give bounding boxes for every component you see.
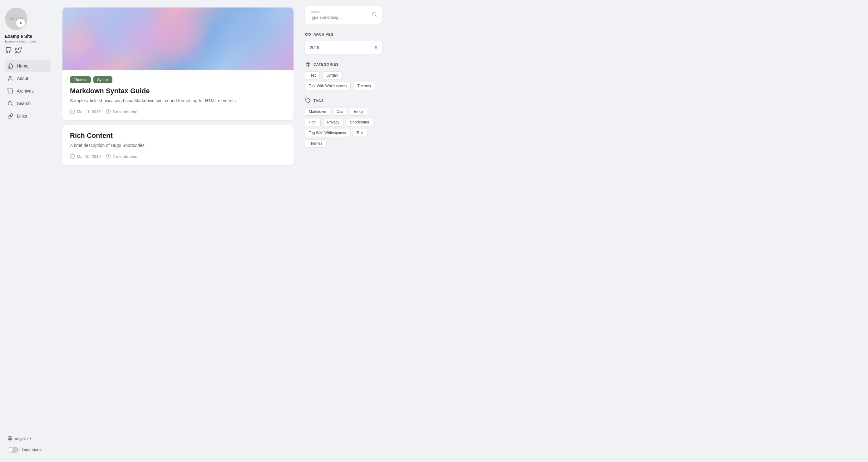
clock-icon-2 <box>106 154 111 159</box>
translate-icon <box>7 436 12 441</box>
link-icon <box>7 113 13 119</box>
archive-count: 5 <box>375 45 377 50</box>
archives-widget-title: ARCHIVES <box>313 32 334 36</box>
post-date-2: Mar 10, 2019 <box>70 154 101 159</box>
sidebar-item-search-label: Search <box>17 101 31 106</box>
sidebar-item-home-label: Home <box>17 63 28 68</box>
category-themes[interactable]: Themes <box>353 82 375 90</box>
sidebar-item-archives-label: Archives <box>17 88 34 93</box>
tag-themes[interactable]: Themes <box>305 139 326 148</box>
tag-html[interactable]: Html <box>305 118 321 126</box>
post-body-2: Rich Content A brief description of Hugo… <box>62 125 293 165</box>
post-tags-1: Themes Syntax <box>70 76 286 83</box>
post-body-1: Themes Syntax Markdown Syntax Guide Samp… <box>62 70 293 120</box>
sidebar-item-home[interactable]: Home <box>5 60 51 72</box>
nav-menu: Home About Archives Search Links <box>5 60 51 429</box>
post-date-label-2: Mar 10, 2019 <box>77 154 101 159</box>
search-submit-icon[interactable] <box>372 11 377 19</box>
post-title-1[interactable]: Markdown Syntax Guide <box>70 87 286 95</box>
svg-point-0 <box>9 76 11 78</box>
tags-widget-header: TAGS <box>305 97 382 104</box>
post-readtime-label-2: 2 minute read <box>113 154 138 159</box>
language-selector[interactable]: English ▾ <box>5 434 51 443</box>
hash-icon <box>305 61 311 67</box>
sidebar-item-search[interactable]: Search <box>5 97 51 109</box>
chevron-down-icon: ▾ <box>30 436 32 440</box>
post-hero-image <box>62 7 293 70</box>
search-widget-label: Search <box>310 10 368 14</box>
tag-icon <box>305 97 311 104</box>
toggle-switch[interactable] <box>7 447 19 453</box>
svg-point-17 <box>372 12 376 16</box>
person-icon <box>7 76 13 81</box>
search-input[interactable] <box>310 15 368 20</box>
search-widget: Search <box>305 6 382 24</box>
tags-widget: TAGS Markdown Css Emoji Html Privacy Sho… <box>305 97 382 148</box>
tag-with-whitespaces[interactable]: Tag With Whitespaces <box>305 129 350 137</box>
post-card-2: Rich Content A brief description of Hugo… <box>62 125 293 165</box>
post-date-label-1: Mar 11, 2019 <box>77 109 101 114</box>
post-tag-themes[interactable]: Themes <box>70 76 91 83</box>
svg-line-18 <box>375 15 376 16</box>
archives-widget-header: ARCHIVES <box>305 31 382 37</box>
infinity-icon <box>305 31 311 37</box>
tag-markdown[interactable]: Markdown <box>305 108 330 116</box>
avatar-inner-badge <box>16 19 25 28</box>
tag-privacy[interactable]: Privacy <box>323 118 343 126</box>
calendar-icon <box>70 109 75 114</box>
svg-line-22 <box>308 62 309 67</box>
category-syntax[interactable]: Syntax <box>322 71 342 79</box>
post-readtime-label-1: 3 minute read <box>113 109 138 114</box>
post-excerpt-1: Sample article showcasing basic Markdown… <box>70 97 286 104</box>
twitter-icon[interactable] <box>15 47 22 54</box>
post-date-1: Mar 11, 2019 <box>70 109 101 114</box>
sidebar-item-links-label: Links <box>17 113 27 118</box>
category-test[interactable]: Test <box>305 71 320 79</box>
sidebar-item-about[interactable]: About <box>5 73 51 84</box>
archive-icon <box>7 88 13 94</box>
post-readtime-1: 3 minute read <box>106 109 138 114</box>
home-icon <box>7 63 13 69</box>
categories-list: Test Syntax Test With Whitespaces Themes <box>305 71 382 90</box>
tags-widget-title: TAGS <box>313 99 324 103</box>
svg-line-4 <box>11 105 12 105</box>
post-readtime-2: 2 minute read <box>106 154 138 159</box>
github-icon[interactable] <box>5 47 12 54</box>
dark-mode-toggle[interactable]: Dark Mode <box>5 445 51 455</box>
tag-text[interactable]: Text <box>352 129 368 137</box>
sidebar-bottom: English ▾ Dark Mode <box>5 429 51 455</box>
archives-widget: ARCHIVES 2019 5 <box>305 31 382 54</box>
sidebar: 150 x 150 Example Site Example descripti… <box>0 0 56 462</box>
tag-shortcodes[interactable]: Shortcodes <box>346 118 373 126</box>
dark-mode-label: Dark Mode <box>22 447 42 452</box>
tag-css[interactable]: Css <box>333 108 347 116</box>
social-icons <box>5 47 51 54</box>
categories-widget-header: CATEGORIES <box>305 61 382 67</box>
svg-rect-12 <box>70 155 74 158</box>
category-test-whitespaces[interactable]: Test With Whitespaces <box>305 82 351 90</box>
avatar: 150 x 150 <box>5 7 28 30</box>
clock-icon <box>106 109 111 114</box>
post-meta-2: Mar 10, 2019 2 minute read <box>70 154 286 159</box>
calendar-icon-2 <box>70 154 75 159</box>
post-card-1: Themes Syntax Markdown Syntax Guide Samp… <box>62 7 293 120</box>
post-excerpt-2: A brief description of Hugo Shortcodes <box>70 142 286 149</box>
archive-item-2019[interactable]: 2019 5 <box>305 41 382 54</box>
site-description: Example description <box>5 39 51 43</box>
avatar-dot <box>19 22 22 25</box>
search-box-inner: Search <box>310 10 368 20</box>
sidebar-item-links[interactable]: Links <box>5 110 51 122</box>
right-sidebar: Search ARCHIVES 2019 5 CATEGORI <box>300 0 387 462</box>
sidebar-item-archives[interactable]: Archives <box>5 85 51 97</box>
sidebar-item-about-label: About <box>17 76 28 81</box>
post-title-2[interactable]: Rich Content <box>70 132 286 140</box>
post-meta-1: Mar 11, 2019 3 minute read <box>70 109 286 114</box>
tag-emoji[interactable]: Emoji <box>350 108 367 116</box>
svg-point-3 <box>8 101 12 105</box>
svg-rect-1 <box>8 89 13 90</box>
svg-rect-7 <box>70 110 74 114</box>
categories-widget-title: CATEGORIES <box>313 62 339 66</box>
main-content: Themes Syntax Markdown Syntax Guide Samp… <box>56 0 300 462</box>
post-tag-syntax[interactable]: Syntax <box>93 76 113 83</box>
site-name: Example Site <box>5 34 51 39</box>
